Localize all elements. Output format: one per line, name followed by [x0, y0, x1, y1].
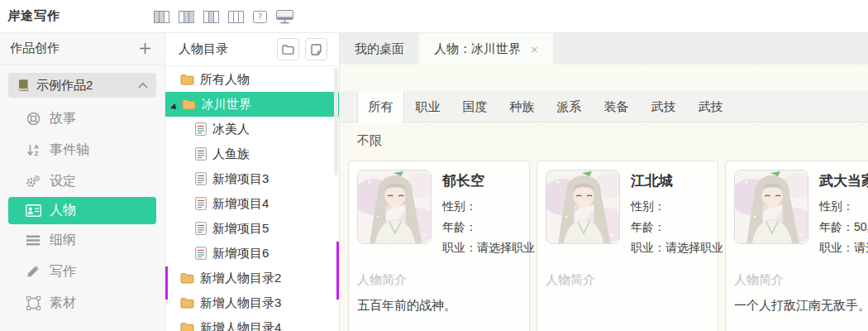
- pencil-icon: [25, 265, 41, 278]
- job-select[interactable]: 请选择职业: [477, 241, 535, 254]
- tab-characters-glacier[interactable]: 人物：冰川世界 ×: [419, 33, 553, 65]
- new-folder-button[interactable]: [277, 38, 299, 60]
- doc-icon: [195, 122, 207, 136]
- tree-item-label: 冰美人: [212, 122, 250, 137]
- doc-icon: [195, 222, 207, 235]
- chevron-up-icon[interactable]: [138, 82, 148, 89]
- filter-tab-race[interactable]: 种族: [498, 91, 546, 122]
- filter-tab-nation[interactable]: 国度: [451, 91, 498, 122]
- sort-az-icon: AZ: [25, 143, 41, 157]
- monitor-icon[interactable]: [276, 10, 293, 24]
- catalog-title: 人物目录: [179, 41, 228, 57]
- new-doc-button[interactable]: [305, 38, 327, 60]
- new-doc-icon: [311, 44, 322, 55]
- tree-item-folder[interactable]: 新增人物目录3: [165, 290, 339, 315]
- intro-label: 人物简介: [546, 272, 709, 288]
- sidebar-item-label: 素材: [50, 295, 76, 312]
- layout-left-icon[interactable]: [154, 11, 169, 23]
- tree-item-doc[interactable]: 人鱼族: [165, 142, 339, 166]
- project-row[interactable]: 示例作品2: [8, 73, 156, 98]
- sidebar: 作品创作 示例作品2 故事: [0, 33, 165, 331]
- field-gender: 性别：: [442, 196, 521, 217]
- character-card-list: 郁长空 性别： 年龄： 职业：请选择职业 人物简介 五百年前的战神。: [348, 161, 868, 331]
- character-name: 郁长空: [442, 171, 521, 190]
- id-card-icon: [25, 204, 41, 217]
- sidebar-item-timeline[interactable]: AZ 事件轴: [0, 134, 165, 166]
- avatar: [357, 170, 432, 244]
- filter-tab-faction[interactable]: 派系: [546, 91, 593, 122]
- drag-indicator-left: [165, 266, 168, 300]
- lines-icon: [25, 235, 41, 246]
- field-job: 职业：请选择职业: [819, 237, 868, 258]
- layout-col-icon[interactable]: [203, 11, 219, 23]
- avatar: [734, 170, 808, 244]
- sidebar-item-characters[interactable]: 人物: [8, 197, 156, 224]
- layout-plain-icon[interactable]: [228, 11, 244, 23]
- svg-text:A: A: [34, 144, 39, 151]
- tree-item-doc[interactable]: 新增项目6: [165, 241, 339, 266]
- sidebar-item-settings[interactable]: 设定: [0, 166, 165, 197]
- sidebar-item-label: 故事: [50, 110, 76, 127]
- field-job: 职业：请选择职业: [631, 237, 709, 258]
- help-icon[interactable]: ?: [253, 11, 267, 23]
- sidebar-item-story[interactable]: 故事: [0, 103, 165, 134]
- folder-icon: [182, 98, 196, 110]
- close-icon[interactable]: ×: [531, 42, 538, 56]
- sidebar-menu: 故事 AZ 事件轴 设定: [0, 103, 165, 319]
- sidebar-item-label: 事件轴: [50, 142, 89, 159]
- job-select[interactable]: 请选择职业: [854, 241, 868, 254]
- svg-text:?: ?: [258, 12, 262, 22]
- sidebar-title: 作品创作: [10, 41, 60, 56]
- character-card[interactable]: 江北城 性别： 年龄： 职业：请选择职业 人物简介: [537, 161, 718, 331]
- filter-tab-equipment[interactable]: 装备: [593, 91, 640, 122]
- filter-tab-martial-1[interactable]: 武技: [640, 91, 687, 122]
- sidebar-item-writing[interactable]: 写作: [0, 256, 165, 287]
- doc-icon: [195, 172, 207, 185]
- filter-option-unlimited[interactable]: 不限: [357, 133, 868, 149]
- tree-item-doc[interactable]: 新增项目3: [165, 166, 339, 191]
- tab-my-desktop[interactable]: 我的桌面: [340, 33, 419, 65]
- intro-label: 人物简介: [734, 272, 868, 288]
- sidebar-header: 作品创作: [0, 33, 165, 65]
- character-name: 江北城: [631, 171, 709, 190]
- topbar-icon-group: ?: [154, 0, 293, 33]
- layout-mid-icon[interactable]: [179, 11, 194, 23]
- sidebar-item-outline[interactable]: 细纲: [0, 224, 165, 256]
- character-card[interactable]: 郁长空 性别： 年龄： 职业：请选择职业 人物简介 五百年前的战神。: [348, 161, 530, 331]
- tree-item-label: 新增人物目录3: [200, 295, 281, 311]
- tree-item-glacier-world[interactable]: 冰川世界: [165, 92, 339, 117]
- filter-tab-job[interactable]: 职业: [404, 91, 451, 122]
- folder-icon: [180, 74, 194, 85]
- catalog-scrollbar[interactable]: [334, 68, 338, 175]
- filter-spacer: [340, 91, 357, 122]
- tree-item-all-characters[interactable]: 所有人物: [165, 67, 339, 92]
- tree-item-folder[interactable]: 新增人物目录2: [165, 266, 339, 290]
- folder-icon: [180, 322, 194, 331]
- tab-label: 我的桌面: [355, 41, 404, 57]
- tree-item-label: 新增项目6: [212, 246, 269, 261]
- doc-icon: [195, 247, 207, 260]
- tree-item-label: 人鱼族: [212, 146, 250, 162]
- folder-icon: [180, 272, 194, 284]
- tree-item-doc[interactable]: 新增项目5: [165, 216, 339, 241]
- job-select[interactable]: 请选择职业: [665, 241, 723, 254]
- main-tabbar: 我的桌面 人物：冰川世界 ×: [340, 33, 868, 65]
- book-icon: [17, 79, 30, 92]
- plus-icon[interactable]: [139, 42, 151, 55]
- tree-item-doc[interactable]: 冰美人: [165, 117, 339, 142]
- sidebar-item-label: 写作: [50, 263, 76, 281]
- field-gender: 性别：: [631, 196, 709, 217]
- topbar: 岸途写作 ?: [0, 0, 868, 33]
- svg-text:Z: Z: [34, 151, 38, 157]
- sidebar-item-materials[interactable]: 素材: [0, 287, 165, 319]
- filter-tab-all[interactable]: 所有: [357, 91, 404, 123]
- new-folder-icon: [282, 45, 294, 55]
- character-card[interactable]: 武大当家 性别： 年龄：50岁 职业：请选择职业 人物简介 一个人打敌江南无敌手…: [725, 161, 868, 331]
- tab-label: 人物：冰川世界: [434, 41, 521, 57]
- intro-text: 五百年前的战神。: [357, 298, 521, 314]
- tree-item-folder[interactable]: 新增人物目录4: [165, 315, 339, 331]
- filter-tab-martial-2[interactable]: 武技: [687, 91, 734, 122]
- tree-item-doc[interactable]: 新增项目4: [165, 191, 339, 216]
- caret-expanded-icon[interactable]: [170, 100, 179, 114]
- character-catalog-panel: 人物目录: [165, 33, 340, 331]
